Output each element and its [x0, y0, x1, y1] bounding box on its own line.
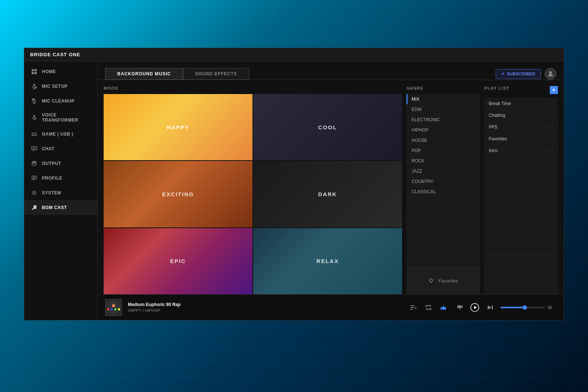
svg-point-24	[34, 163, 35, 164]
genre-item-rock[interactable]: ROCK	[406, 156, 480, 166]
main-content: MOOD HAPPY COOL EXCITING DARK	[98, 80, 564, 294]
svg-point-7	[35, 87, 37, 89]
subscribe-button[interactable]: ✔ SUBSCRIBED	[496, 69, 541, 79]
volume-label: 30	[548, 305, 556, 310]
playlist-item-dots-4[interactable]: ···	[548, 136, 553, 142]
svg-point-19	[35, 134, 35, 135]
sidebar-item-system[interactable]: SYSTEM	[24, 186, 97, 200]
check-icon: ✔	[501, 72, 505, 76]
svg-rect-38	[462, 305, 463, 308]
like-button[interactable]	[439, 302, 449, 313]
mic-setup-icon	[31, 83, 37, 90]
playlist-item-break-time[interactable]: Break Time ···	[484, 98, 558, 109]
playlist-item-dots-2[interactable]: ···	[548, 112, 553, 118]
genre-item-mix[interactable]: MIX	[406, 94, 480, 104]
svg-rect-15	[32, 133, 36, 136]
title-bar: BRIDGE CAST ONE	[24, 48, 564, 61]
sidebar-item-game-usb[interactable]: GAME ( USB )	[24, 127, 97, 141]
sidebar-item-output[interactable]: OUTPUT	[24, 156, 97, 171]
sidebar-label-voice-transformer: VOICE TRANSFORMER	[42, 112, 91, 123]
sidebar-item-voice-transformer[interactable]: VOICE TRANSFORMER	[24, 108, 97, 127]
app-title: BRIDGE CAST ONE	[30, 52, 80, 57]
svg-point-18	[35, 134, 36, 135]
svg-rect-3	[35, 72, 37, 74]
mood-tile-epic[interactable]: EPIC	[104, 228, 252, 294]
playlist-items: Break Time ··· Chatting ··· FPS ··· Fa	[484, 98, 558, 249]
mood-tile-relax[interactable]: RELAX	[253, 228, 402, 294]
volume-section: 30	[501, 305, 556, 310]
mic-clean-icon	[31, 98, 37, 104]
sidebar-label-home: HOME	[42, 69, 56, 74]
playlist-item-dots-5[interactable]: ···	[548, 148, 553, 154]
gamepad-icon	[31, 131, 37, 137]
playlist-section: PLAY LIST + Break Time ··· Chatting ···	[484, 86, 558, 294]
main-panel: BACKGROUND MUSIC SOUND EFFECTS ✔ SUBSCRI…	[98, 61, 564, 320]
user-avatar[interactable]	[545, 68, 556, 80]
volume-knob[interactable]	[523, 305, 527, 310]
svg-point-32	[549, 71, 552, 74]
genre-item-electronic[interactable]: ELECTRONIC	[406, 115, 480, 125]
playlist-header: PLAY LIST +	[484, 86, 558, 94]
svg-rect-1	[35, 69, 37, 71]
volume-slider[interactable]	[501, 307, 545, 308]
genre-item-pop[interactable]: POP	[406, 145, 480, 156]
genre-label: GENRE	[406, 86, 480, 90]
tab-background-music[interactable]: BACKGROUND MUSIC	[105, 68, 183, 80]
sidebar-label-bgm-cast: BGM CAST	[42, 205, 67, 210]
playlist-item-dots[interactable]: ···	[548, 101, 553, 107]
genre-item-house[interactable]: HOUSE	[406, 135, 480, 145]
mood-label: MOOD	[104, 86, 402, 90]
svg-marker-40	[474, 306, 477, 309]
playlist-label: PLAY LIST	[484, 86, 510, 90]
sidebar-item-home[interactable]: HOME	[24, 64, 97, 79]
player-bar: Medium Euphoric 90 Rap HAPPY / HIPHOP	[98, 294, 564, 320]
genre-list: MIX EDM ELECTRONIC HIPHOP HOUSE	[406, 94, 480, 266]
playlist-item-intro[interactable]: Intro ···	[484, 145, 558, 157]
music-icon	[31, 204, 37, 211]
sidebar-item-mic-setup[interactable]: MIC SETUP	[24, 79, 97, 94]
dislike-button[interactable]	[454, 302, 465, 313]
genre-item-hiphop[interactable]: HIPHOP	[406, 125, 480, 135]
svg-rect-2	[32, 72, 34, 74]
svg-point-31	[35, 208, 36, 209]
sidebar: HOME MIC SETUP	[24, 61, 98, 320]
chat-icon	[31, 145, 37, 152]
playlist-preview	[484, 250, 558, 294]
svg-rect-34	[410, 307, 415, 308]
playlist-add-button[interactable]: +	[550, 86, 558, 94]
queue-button[interactable]	[408, 302, 418, 313]
playlist-item-favorites[interactable]: Favorites ···	[484, 133, 558, 145]
sidebar-label-game-usb: GAME ( USB )	[42, 132, 73, 137]
mood-tile-happy[interactable]: HAPPY	[104, 94, 252, 160]
svg-rect-0	[32, 69, 34, 71]
svg-rect-9	[33, 98, 35, 101]
mood-tile-exciting[interactable]: EXCITING	[104, 161, 252, 227]
play-button[interactable]	[470, 302, 480, 313]
mood-grid: HAPPY COOL EXCITING DARK EPIC	[104, 94, 402, 294]
content-area: HOME MIC SETUP	[24, 61, 564, 320]
mood-tile-dark[interactable]: DARK	[253, 161, 402, 227]
sidebar-item-chat[interactable]: CHAT	[24, 141, 97, 156]
playlist-item-fps[interactable]: FPS ···	[484, 121, 558, 133]
sidebar-item-profile[interactable]: PROFILE	[24, 171, 97, 186]
skip-button[interactable]	[485, 302, 495, 313]
sidebar-label-profile: PROFILE	[42, 176, 62, 181]
genre-favorites-tile[interactable]: Favorites	[406, 267, 480, 294]
sidebar-label-mic-setup: MIC SETUP	[42, 84, 68, 89]
svg-rect-42	[492, 305, 493, 310]
sidebar-item-mic-cleanup[interactable]: MIC CLEANUP	[24, 94, 97, 108]
genre-item-country[interactable]: COUNTRY	[406, 176, 480, 187]
playlist-item-dots-3[interactable]: ···	[548, 124, 553, 130]
genre-item-jazz[interactable]: JAZZ	[406, 166, 480, 176]
sidebar-item-bgm-cast[interactable]: BGM CAST	[24, 200, 97, 215]
playlist-item-chatting[interactable]: Chatting ···	[484, 109, 558, 121]
tab-sound-effects[interactable]: SOUND EFFECTS	[183, 68, 249, 80]
sidebar-label-system: SYSTEM	[42, 190, 61, 195]
thumbnail-inner	[107, 301, 120, 314]
mood-tile-cool[interactable]: COOL	[253, 94, 402, 160]
genre-item-classical[interactable]: CLASSICAL	[406, 187, 480, 197]
voice-icon	[31, 114, 37, 121]
sidebar-label-mic-cleanup: MIC CLEANUP	[42, 98, 75, 104]
repeat-button[interactable]	[423, 302, 434, 313]
genre-item-edm[interactable]: EDM	[406, 104, 480, 115]
